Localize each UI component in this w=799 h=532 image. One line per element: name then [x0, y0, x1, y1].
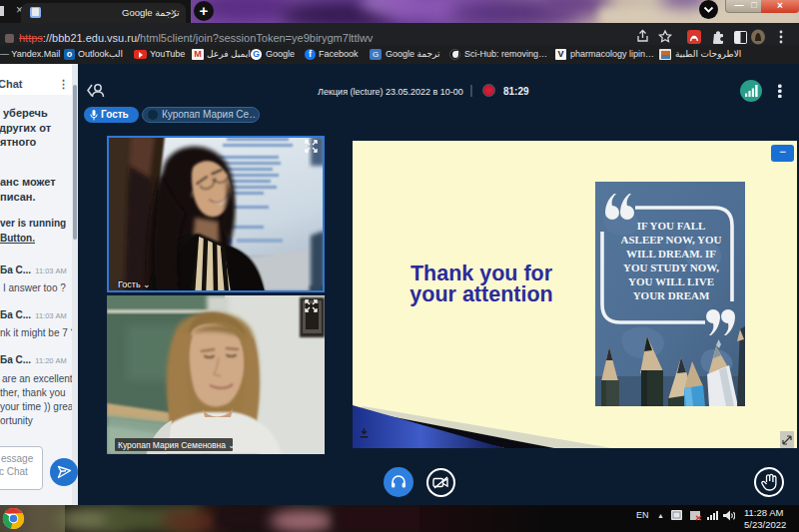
svg-text:YOU WILL LIVE: YOU WILL LIVE: [628, 275, 714, 287]
svg-text:ASLEEP NOW, YOU: ASLEEP NOW, YOU: [621, 234, 722, 246]
svg-text:IF YOU FALL: IF YOU FALL: [637, 220, 706, 232]
svg-text:YOU STUDY NOW,: YOU STUDY NOW,: [623, 262, 719, 273]
svg-text:WILL DREAM. IF: WILL DREAM. IF: [626, 248, 716, 260]
svg-text:YOUR DREAM: YOUR DREAM: [633, 289, 710, 301]
